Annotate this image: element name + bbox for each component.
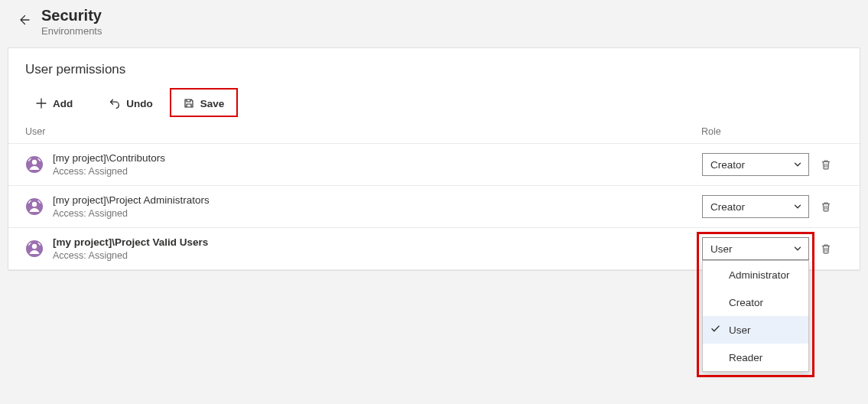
role-option-label: Reader bbox=[729, 352, 762, 363]
group-avatar-icon bbox=[25, 155, 44, 174]
role-option-label: Creator bbox=[729, 297, 763, 308]
chevron-down-icon bbox=[793, 202, 802, 211]
role-option[interactable]: Reader bbox=[703, 344, 808, 371]
role-dropdown-menu: AdministratorCreatorUserReader bbox=[702, 260, 809, 372]
delete-button[interactable] bbox=[815, 238, 837, 259]
row-text: [my project]\Project Valid UsersAccess: … bbox=[53, 236, 702, 262]
permission-row: [my project]\Project AdministratorsAcces… bbox=[8, 185, 860, 227]
check-icon bbox=[710, 324, 720, 336]
row-access: Access: Assigned bbox=[53, 207, 702, 220]
delete-button[interactable] bbox=[815, 196, 837, 217]
role-option-label: User bbox=[729, 324, 751, 336]
svg-point-1 bbox=[32, 160, 37, 165]
permission-row: [my project]\ContributorsAccess: Assigne… bbox=[8, 143, 860, 185]
permission-rows: [my project]\ContributorsAccess: Assigne… bbox=[8, 143, 860, 270]
list-header: User Role bbox=[8, 126, 860, 143]
undo-icon bbox=[109, 98, 120, 109]
save-button[interactable]: Save bbox=[174, 91, 234, 116]
row-access: Access: Assigned bbox=[53, 249, 702, 262]
role-option[interactable]: Administrator bbox=[703, 261, 808, 288]
row-access: Access: Assigned bbox=[53, 165, 702, 178]
row-text: [my project]\Project AdministratorsAcces… bbox=[53, 194, 702, 220]
permissions-card: User permissions Add Undo Save bbox=[8, 47, 860, 271]
row-name: [my project]\Project Valid Users bbox=[53, 236, 702, 249]
add-button[interactable]: Add bbox=[27, 91, 82, 116]
group-avatar-icon bbox=[25, 197, 44, 216]
back-button[interactable] bbox=[14, 9, 35, 31]
page-header: Security Environments bbox=[0, 0, 868, 47]
back-arrow-icon bbox=[18, 14, 31, 26]
role-select-value: User bbox=[710, 243, 733, 255]
role-select-value: Creator bbox=[710, 159, 745, 171]
role-option[interactable]: Creator bbox=[703, 288, 808, 316]
row-name: [my project]\Project Administrators bbox=[53, 194, 702, 207]
chevron-down-icon bbox=[793, 160, 802, 169]
role-select[interactable]: Creator bbox=[702, 195, 809, 218]
save-label: Save bbox=[200, 98, 225, 109]
role-select[interactable]: User bbox=[702, 237, 809, 260]
chevron-down-icon bbox=[793, 244, 802, 253]
svg-point-3 bbox=[32, 202, 37, 207]
add-label: Add bbox=[53, 98, 73, 109]
page-title: Security bbox=[41, 6, 102, 24]
page-subtitle: Environments bbox=[41, 24, 102, 38]
undo-label: Undo bbox=[126, 98, 153, 109]
section-title: User permissions bbox=[8, 62, 860, 77]
save-icon bbox=[184, 98, 194, 109]
delete-button[interactable] bbox=[815, 154, 837, 175]
group-avatar-icon bbox=[25, 239, 44, 258]
role-option-label: Administrator bbox=[729, 269, 790, 281]
toolbar: Add Undo Save bbox=[8, 77, 860, 126]
svg-point-5 bbox=[32, 244, 37, 249]
role-option[interactable]: User bbox=[703, 316, 808, 344]
row-name: [my project]\Contributors bbox=[53, 152, 702, 165]
plus-icon bbox=[36, 98, 47, 109]
role-select-value: Creator bbox=[710, 201, 745, 213]
column-role-header: Role bbox=[701, 126, 843, 137]
column-user-header: User bbox=[25, 126, 701, 137]
row-text: [my project]\ContributorsAccess: Assigne… bbox=[53, 152, 702, 178]
undo-button[interactable]: Undo bbox=[100, 91, 162, 116]
role-select[interactable]: Creator bbox=[702, 153, 809, 176]
